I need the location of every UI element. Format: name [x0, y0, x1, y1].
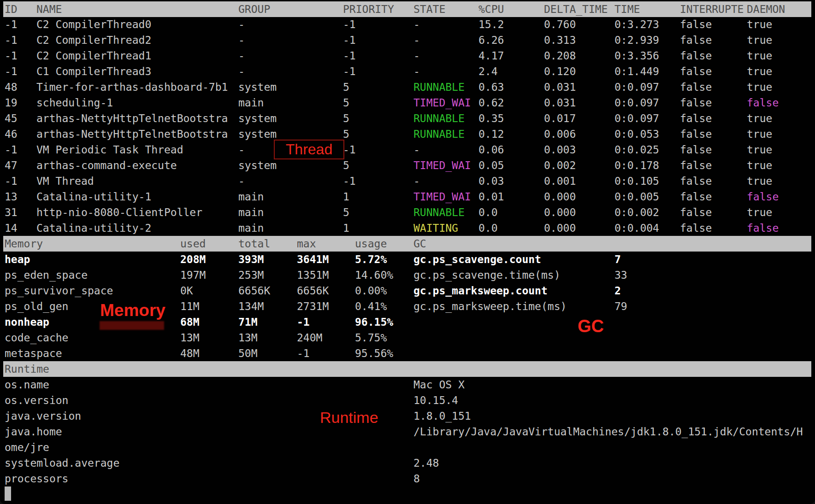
annotation-memory-label: Memory — [100, 302, 165, 320]
cell-name: C2 CompilerThread2 — [36, 32, 151, 48]
thread-row: 47arthas-command-executesystem5TIMED_WAI… — [0, 158, 815, 173]
thread-header-priority: PRIORITY — [343, 1, 394, 17]
cell-name: C2 CompilerThread1 — [36, 48, 151, 64]
runtime-row: processors8 — [0, 471, 815, 486]
cell-cpu: 0.12 — [478, 126, 504, 142]
cell-group: system — [238, 111, 277, 126]
cell-id: -1 — [5, 32, 18, 48]
cell-daemon: true — [747, 173, 772, 189]
thread-row: -1C1 CompilerThread3--1-2.40.1200:1.449f… — [0, 64, 815, 79]
cell-runtime-value-wrap: ome/jre — [5, 440, 49, 455]
cell-runtime-value: /Library/Java/JavaVirtualMachines/jdk1.8… — [413, 424, 803, 440]
cell-name: VM Periodic Task Thread — [36, 142, 183, 158]
cell-name: scheduling-1 — [36, 95, 113, 111]
cell-interrupted: false — [680, 142, 712, 158]
cell-total: 13M — [238, 330, 258, 346]
thread-header-id: ID — [5, 1, 18, 17]
annotation-gc-label: GC — [578, 317, 604, 336]
cell-id: -1 — [5, 142, 18, 158]
cell-group: - — [238, 142, 245, 158]
cell-interrupted: false — [680, 173, 712, 189]
runtime-header-bar: Runtime — [3, 361, 811, 377]
cell-gc-value: 33 — [614, 267, 627, 283]
cell-group: - — [238, 64, 245, 79]
cell-runtime-value: 2.48 — [413, 455, 439, 471]
cell-delta-time: 0.001 — [544, 173, 576, 189]
cell-daemon: false — [747, 95, 779, 111]
cell-daemon: true — [747, 17, 772, 32]
cell-cpu: 0.03 — [478, 173, 504, 189]
cell-priority: -1 — [343, 173, 356, 189]
cell-name: VM Thread — [36, 173, 94, 189]
cell-pool-name: nonheap — [5, 314, 49, 330]
cell-priority: -1 — [343, 17, 356, 32]
cell-cpu: 0.01 — [478, 189, 504, 205]
cell-usage: 96.15% — [355, 314, 393, 330]
cell-cpu: 2.4 — [478, 64, 498, 79]
cell-time: 0:0.105 — [614, 173, 659, 189]
annotation-runtime-label: Runtime — [320, 410, 378, 426]
cell-state: RUNNABLE — [413, 205, 465, 220]
thread-row: -1VM Periodic Task Thread--1-0.060.0030:… — [0, 142, 815, 158]
cell-daemon: true — [747, 32, 772, 48]
cell-delta-time: 0.760 — [544, 17, 576, 32]
thread-row: -1C2 CompilerThread0--1-15.20.7600:3.273… — [0, 17, 815, 32]
thread-row: -1VM Thread--1-0.030.0010:0.105falsetrue — [0, 173, 815, 189]
cell-name: arthas-NettyHttpTelnetBootstra — [36, 126, 228, 142]
thread-header-daemon: DAEMON — [747, 1, 785, 17]
cell-time: 0:3.273 — [614, 17, 659, 32]
cell-time: 0:1.449 — [614, 64, 659, 79]
cell-group: - — [238, 32, 245, 48]
cell-runtime-value: Mac OS X — [413, 377, 465, 393]
cell-daemon: true — [747, 142, 772, 158]
cell-priority: 1 — [343, 220, 349, 236]
cell-runtime-key: processors — [5, 471, 68, 486]
cell-runtime-key: systemload.average — [5, 455, 119, 471]
cell-id: 46 — [5, 126, 18, 142]
thread-header-group: GROUP — [238, 1, 270, 17]
cell-cpu: 6.26 — [478, 32, 504, 48]
cell-group: system — [238, 79, 277, 95]
cell-priority: 5 — [343, 95, 349, 111]
cell-delta-time: 0.313 — [544, 32, 576, 48]
cell-interrupted: false — [680, 48, 712, 64]
cell-group: - — [238, 48, 245, 64]
cell-name: C2 CompilerThread0 — [36, 17, 151, 32]
cell-group: - — [238, 173, 245, 189]
cell-delta-time: 0.003 — [544, 142, 576, 158]
cell-delta-time: 0.208 — [544, 48, 576, 64]
cell-state: - — [413, 64, 420, 79]
terminal-cursor[interactable] — [5, 486, 11, 501]
cell-priority: 5 — [343, 158, 349, 173]
cell-cpu: 15.2 — [478, 17, 504, 32]
cell-state: TIMED_WAI — [413, 189, 471, 205]
cell-gc-metric: gc.ps_marksweep.time(ms) — [413, 299, 567, 314]
cell-id: 31 — [5, 205, 18, 220]
cell-daemon: true — [747, 158, 772, 173]
arthas-dashboard-terminal[interactable]: IDNAMEGROUPPRIORITYSTATE%CPUDELTA_TIMETI… — [0, 0, 815, 504]
cell-name: http-nio-8080-ClientPoller — [36, 205, 202, 220]
thread-header-time: TIME — [614, 1, 640, 17]
cell-state: WAITING — [413, 220, 458, 236]
cell-state: - — [413, 32, 420, 48]
cell-interrupted: false — [680, 220, 712, 236]
cell-interrupted: false — [680, 17, 712, 32]
cell-time: 0:3.356 — [614, 48, 659, 64]
runtime-row: java.version1.8.0_151 — [0, 408, 815, 424]
cell-cpu: 0.05 — [478, 158, 504, 173]
cell-group: main — [238, 189, 264, 205]
cell-interrupted: false — [680, 64, 712, 79]
cell-cpu: 0.0 — [478, 220, 498, 236]
memory-header-max: max — [297, 236, 316, 252]
cell-gc-metric: gc.ps_marksweep.count — [413, 283, 548, 299]
cell-cpu: 0.06 — [478, 142, 504, 158]
cell-name: Timer-for-arthas-dashboard-7b1 — [36, 79, 228, 95]
cell-used: 68M — [180, 314, 200, 330]
thread-table-header-bar: IDNAMEGROUPPRIORITYSTATE%CPUDELTA_TIMETI… — [3, 1, 811, 17]
thread-row: -1C2 CompilerThread2--1-6.260.3130:2.939… — [0, 32, 815, 48]
cell-time: 0:0.053 — [614, 126, 659, 142]
cell-interrupted: false — [680, 205, 712, 220]
cell-runtime-key: java.home — [5, 424, 62, 440]
cell-delta-time: 0.000 — [544, 220, 576, 236]
thread-header-name: NAME — [36, 1, 62, 17]
